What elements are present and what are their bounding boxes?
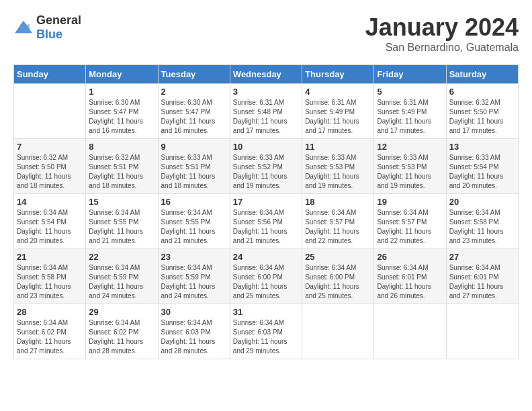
day-number: 8 [89, 142, 154, 152]
day-number: 4 [305, 87, 371, 97]
day-info: Sunrise: 6:34 AMSunset: 5:58 PMDaylight:… [17, 263, 83, 301]
day-header-saturday: Saturday [446, 65, 518, 84]
day-number: 23 [161, 252, 227, 262]
day-number: 17 [233, 197, 299, 207]
calendar-cell: 14Sunrise: 6:34 AMSunset: 5:54 PMDayligh… [14, 194, 86, 249]
calendar-cell: 16Sunrise: 6:34 AMSunset: 5:55 PMDayligh… [158, 194, 230, 249]
day-number: 31 [233, 307, 299, 317]
day-info: Sunrise: 6:34 AMSunset: 6:01 PMDaylight:… [449, 263, 515, 301]
day-header-sunday: Sunday [14, 65, 86, 84]
calendar-cell: 22Sunrise: 6:34 AMSunset: 5:59 PMDayligh… [86, 249, 158, 304]
day-number: 6 [449, 87, 515, 97]
day-number: 22 [89, 252, 154, 262]
svg-marker-1 [19, 24, 30, 33]
day-info: Sunrise: 6:33 AMSunset: 5:54 PMDaylight:… [449, 153, 515, 191]
day-number: 28 [17, 307, 83, 317]
day-number: 9 [161, 142, 227, 152]
day-info: Sunrise: 6:34 AMSunset: 6:00 PMDaylight:… [305, 263, 371, 301]
day-info: Sunrise: 6:32 AMSunset: 5:50 PMDaylight:… [449, 98, 515, 136]
calendar-cell: 11Sunrise: 6:33 AMSunset: 5:53 PMDayligh… [302, 139, 374, 194]
day-header-monday: Monday [86, 65, 158, 84]
calendar-cell: 26Sunrise: 6:34 AMSunset: 6:01 PMDayligh… [374, 249, 446, 304]
day-info: Sunrise: 6:34 AMSunset: 5:55 PMDaylight:… [161, 208, 227, 246]
day-number: 27 [449, 252, 515, 262]
week-row-3: 14Sunrise: 6:34 AMSunset: 5:54 PMDayligh… [14, 194, 519, 249]
title-area: January 2024 San Bernardino, Guatemala [365, 13, 519, 54]
day-header-tuesday: Tuesday [158, 65, 230, 84]
day-info: Sunrise: 6:34 AMSunset: 5:54 PMDaylight:… [17, 208, 83, 246]
day-info: Sunrise: 6:34 AMSunset: 5:59 PMDaylight:… [89, 263, 154, 301]
day-info: Sunrise: 6:33 AMSunset: 5:53 PMDaylight:… [377, 153, 443, 191]
calendar-title: January 2024 [365, 13, 519, 42]
day-info: Sunrise: 6:32 AMSunset: 5:51 PMDaylight:… [89, 153, 154, 191]
day-number: 13 [449, 142, 515, 152]
calendar-cell: 12Sunrise: 6:33 AMSunset: 5:53 PMDayligh… [374, 139, 446, 194]
calendar-cell: 21Sunrise: 6:34 AMSunset: 5:58 PMDayligh… [14, 249, 86, 304]
day-number: 20 [449, 197, 515, 207]
day-number: 25 [305, 252, 371, 262]
day-info: Sunrise: 6:34 AMSunset: 5:57 PMDaylight:… [305, 208, 371, 246]
calendar-cell: 1Sunrise: 6:30 AMSunset: 5:47 PMDaylight… [86, 84, 158, 139]
week-row-5: 28Sunrise: 6:34 AMSunset: 6:02 PMDayligh… [14, 304, 519, 359]
calendar-cell: 28Sunrise: 6:34 AMSunset: 6:02 PMDayligh… [14, 304, 86, 359]
day-info: Sunrise: 6:30 AMSunset: 5:47 PMDaylight:… [161, 98, 227, 136]
calendar-cell: 18Sunrise: 6:34 AMSunset: 5:57 PMDayligh… [302, 194, 374, 249]
calendar-cell: 27Sunrise: 6:34 AMSunset: 6:01 PMDayligh… [446, 249, 518, 304]
day-info: Sunrise: 6:33 AMSunset: 5:52 PMDaylight:… [233, 153, 299, 191]
calendar-cell: 17Sunrise: 6:34 AMSunset: 5:56 PMDayligh… [230, 194, 302, 249]
day-number: 15 [89, 197, 154, 207]
calendar-cell: 3Sunrise: 6:31 AMSunset: 5:48 PMDaylight… [230, 84, 302, 139]
calendar-cell: 10Sunrise: 6:33 AMSunset: 5:52 PMDayligh… [230, 139, 302, 194]
calendar-cell: 25Sunrise: 6:34 AMSunset: 6:00 PMDayligh… [302, 249, 374, 304]
day-info: Sunrise: 6:34 AMSunset: 5:59 PMDaylight:… [161, 263, 227, 301]
days-header-row: SundayMondayTuesdayWednesdayThursdayFrid… [14, 65, 519, 84]
day-number: 7 [17, 142, 83, 152]
calendar-cell: 5Sunrise: 6:31 AMSunset: 5:49 PMDaylight… [374, 84, 446, 139]
day-number: 18 [305, 197, 371, 207]
day-info: Sunrise: 6:34 AMSunset: 5:55 PMDaylight:… [89, 208, 154, 246]
calendar-subtitle: San Bernardino, Guatemala [365, 42, 519, 54]
day-number: 1 [89, 87, 154, 97]
week-row-1: 1Sunrise: 6:30 AMSunset: 5:47 PMDaylight… [14, 84, 519, 139]
week-row-4: 21Sunrise: 6:34 AMSunset: 5:58 PMDayligh… [14, 249, 519, 304]
day-number: 19 [377, 197, 443, 207]
logo-general-text: General [36, 13, 81, 27]
day-info: Sunrise: 6:33 AMSunset: 5:53 PMDaylight:… [305, 153, 371, 191]
calendar-cell: 13Sunrise: 6:33 AMSunset: 5:54 PMDayligh… [446, 139, 518, 194]
day-number: 30 [161, 307, 227, 317]
calendar-cell: 19Sunrise: 6:34 AMSunset: 5:57 PMDayligh… [374, 194, 446, 249]
calendar-cell: 30Sunrise: 6:34 AMSunset: 6:03 PMDayligh… [158, 304, 230, 359]
day-number: 2 [161, 87, 227, 97]
day-info: Sunrise: 6:34 AMSunset: 5:56 PMDaylight:… [233, 208, 299, 246]
calendar-cell: 9Sunrise: 6:33 AMSunset: 5:51 PMDaylight… [158, 139, 230, 194]
day-info: Sunrise: 6:32 AMSunset: 5:50 PMDaylight:… [17, 153, 83, 191]
calendar-cell: 20Sunrise: 6:34 AMSunset: 5:58 PMDayligh… [446, 194, 518, 249]
week-row-2: 7Sunrise: 6:32 AMSunset: 5:50 PMDaylight… [14, 139, 519, 194]
day-number: 21 [17, 252, 83, 262]
logo-icon [13, 19, 34, 36]
day-info: Sunrise: 6:31 AMSunset: 5:49 PMDaylight:… [377, 98, 443, 136]
day-info: Sunrise: 6:34 AMSunset: 6:01 PMDaylight:… [377, 263, 443, 301]
calendar-cell: 2Sunrise: 6:30 AMSunset: 5:47 PMDaylight… [158, 84, 230, 139]
calendar-cell [374, 304, 446, 359]
calendar-cell [302, 304, 374, 359]
day-header-wednesday: Wednesday [230, 65, 302, 84]
day-header-friday: Friday [374, 65, 446, 84]
day-info: Sunrise: 6:34 AMSunset: 6:00 PMDaylight:… [233, 263, 299, 301]
calendar-cell: 24Sunrise: 6:34 AMSunset: 6:00 PMDayligh… [230, 249, 302, 304]
calendar-cell: 23Sunrise: 6:34 AMSunset: 5:59 PMDayligh… [158, 249, 230, 304]
day-info: Sunrise: 6:30 AMSunset: 5:47 PMDaylight:… [89, 98, 154, 136]
logo: General Blue [13, 13, 81, 42]
calendar-cell: 7Sunrise: 6:32 AMSunset: 5:50 PMDaylight… [14, 139, 86, 194]
calendar-cell [446, 304, 518, 359]
calendar-cell: 6Sunrise: 6:32 AMSunset: 5:50 PMDaylight… [446, 84, 518, 139]
calendar-table: SundayMondayTuesdayWednesdayThursdayFrid… [13, 64, 519, 359]
day-number: 5 [377, 87, 443, 97]
day-number: 10 [233, 142, 299, 152]
day-info: Sunrise: 6:34 AMSunset: 6:03 PMDaylight:… [233, 318, 299, 356]
calendar-cell: 4Sunrise: 6:31 AMSunset: 5:49 PMDaylight… [302, 84, 374, 139]
calendar-cell: 31Sunrise: 6:34 AMSunset: 6:03 PMDayligh… [230, 304, 302, 359]
logo-blue-text: Blue [36, 28, 62, 41]
day-number: 12 [377, 142, 443, 152]
day-info: Sunrise: 6:34 AMSunset: 6:02 PMDaylight:… [17, 318, 83, 356]
